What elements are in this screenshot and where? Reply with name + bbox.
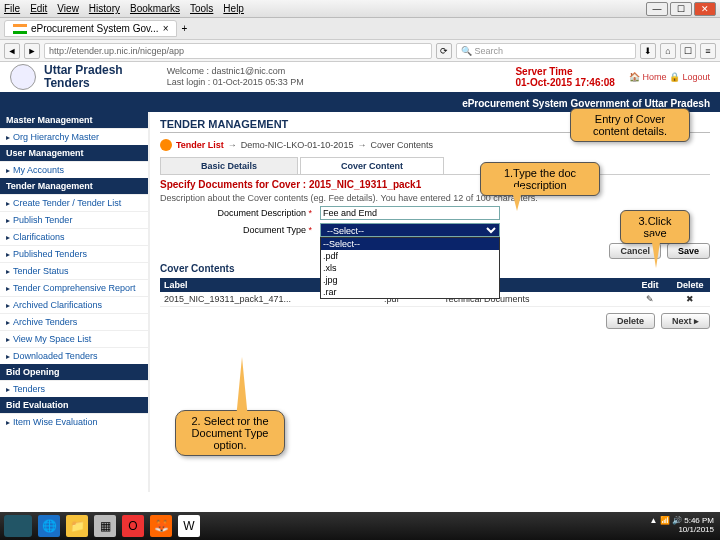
start-button[interactable] xyxy=(4,515,32,537)
site-logo xyxy=(10,64,36,90)
sidebar-item[interactable]: View My Space List xyxy=(0,330,148,347)
menu-items: File Edit View History Bookmarks Tools H… xyxy=(4,3,244,14)
bookmark-icon[interactable]: ☐ xyxy=(680,43,696,59)
logout-link[interactable]: 🔒 Logout xyxy=(669,72,710,82)
doc-type-select[interactable]: --Select-- xyxy=(320,223,500,237)
sidebar-item[interactable]: Publish Tender xyxy=(0,211,148,228)
tab-basic-details[interactable]: Basic Details xyxy=(160,157,298,174)
sidebar-heading: Master Management xyxy=(0,112,148,128)
maximize-button[interactable]: ☐ xyxy=(670,2,692,16)
taskbar: 🌐 📁 ▦ O 🦊 W ▲ 📶 🔊 5:46 PM 10/1/2015 xyxy=(0,512,720,540)
next-button[interactable]: Next ▸ xyxy=(661,313,710,329)
delete-button[interactable]: Delete xyxy=(606,313,655,329)
sidebar-heading: Tender Management xyxy=(0,178,148,194)
callout-click-save: 3.Click save xyxy=(620,210,690,244)
th-delete: Delete xyxy=(670,278,710,292)
bc-tenderlist[interactable]: Tender List xyxy=(176,140,224,150)
server-time-label: Server Time xyxy=(515,66,615,77)
close-button[interactable]: ✕ xyxy=(694,2,716,16)
menu-edit[interactable]: Edit xyxy=(30,3,47,14)
sidebar-item[interactable]: Tenders xyxy=(0,380,148,397)
opt-jpg[interactable]: .jpg xyxy=(321,274,499,286)
lastlogin-label: Last login xyxy=(167,77,206,87)
tab-close-icon[interactable]: × xyxy=(163,23,169,34)
brand-title: Uttar Pradesh Tenders xyxy=(44,64,123,90)
server-time-value: 01-Oct-2015 17:46:08 xyxy=(515,77,615,88)
welcome-user: : dastnic1@nic.com xyxy=(207,66,286,76)
sidebar-item[interactable]: Downloaded Tenders xyxy=(0,347,148,364)
welcome-label: Welcome xyxy=(167,66,204,76)
doc-type-dropdown[interactable]: --Select-- --Select-- .pdf .xls .jpg .ra… xyxy=(320,223,500,237)
sidebar-item[interactable]: Tender Comprehensive Report xyxy=(0,279,148,296)
brand-line2: Tenders xyxy=(44,77,123,90)
india-flag-icon xyxy=(13,24,27,34)
window-menubar: File Edit View History Bookmarks Tools H… xyxy=(0,0,720,18)
tab-cover-content[interactable]: Cover Content xyxy=(300,157,444,174)
bottom-buttons: Delete Next ▸ xyxy=(160,313,710,329)
sidebar: Master ManagementOrg Hierarchy MasterUse… xyxy=(0,112,150,492)
back-button[interactable]: ◄ xyxy=(4,43,20,59)
site-header: Uttar Pradesh Tenders Welcome : dastnic1… xyxy=(0,62,720,94)
sidebar-item[interactable]: Archived Clarifications xyxy=(0,296,148,313)
menu-bookmarks[interactable]: Bookmarks xyxy=(130,3,180,14)
taskbar-ie-icon[interactable]: 🌐 xyxy=(38,515,60,537)
search-input[interactable]: Search xyxy=(456,43,636,59)
menu-view[interactable]: View xyxy=(57,3,79,14)
callout-select-doctype: 2. Select for the Document Type option. xyxy=(175,410,285,456)
menu-icon[interactable]: ≡ xyxy=(700,43,716,59)
browser-navbar: ◄ ► http://etender.up.nic.in/nicgep/app … xyxy=(0,40,720,62)
lastlogin-value: : 01-Oct-2015 05:33 PM xyxy=(208,77,304,87)
minimize-button[interactable]: — xyxy=(646,2,668,16)
input-doc-description[interactable] xyxy=(320,206,500,220)
sidebar-item[interactable]: Clarifications xyxy=(0,228,148,245)
menu-help[interactable]: Help xyxy=(223,3,244,14)
sidebar-heading: User Management xyxy=(0,145,148,161)
url-input[interactable]: http://etender.up.nic.in/nicgep/app xyxy=(44,43,432,59)
taskbar-app-icon[interactable]: ▦ xyxy=(94,515,116,537)
taskbar-word-icon[interactable]: W xyxy=(178,515,200,537)
sidebar-item[interactable]: Tender Status xyxy=(0,262,148,279)
system-tray[interactable]: ▲ 📶 🔊 5:46 PM 10/1/2015 xyxy=(650,517,716,535)
save-button[interactable]: Save xyxy=(667,243,710,259)
delete-icon[interactable]: ✖ xyxy=(670,292,710,306)
callout-type-desc: 1.Type the doc description xyxy=(480,162,600,196)
sidebar-item[interactable]: Item Wise Evaluation xyxy=(0,413,148,430)
doc-type-options: --Select-- .pdf .xls .jpg .rar xyxy=(320,237,500,299)
taskbar-opera-icon[interactable]: O xyxy=(122,515,144,537)
th-edit: Edit xyxy=(630,278,670,292)
label-doc-type: Document Type xyxy=(160,225,320,235)
tray-date: 10/1/2015 xyxy=(678,525,714,534)
browser-tab[interactable]: eProcurement System Gov... × xyxy=(4,20,177,37)
opt-rar[interactable]: .rar xyxy=(321,286,499,298)
taskbar-firefox-icon[interactable]: 🦊 xyxy=(150,515,172,537)
sidebar-item[interactable]: Archive Tenders xyxy=(0,313,148,330)
reload-button[interactable]: ⟳ xyxy=(436,43,452,59)
bc-demo[interactable]: Demo-NIC-LKO-01-10-2015 xyxy=(241,140,354,150)
main-area: Master ManagementOrg Hierarchy MasterUse… xyxy=(0,112,720,492)
menu-file[interactable]: File xyxy=(4,3,20,14)
tab-title: eProcurement System Gov... xyxy=(31,23,159,34)
sidebar-item[interactable]: Create Tender / Tender List xyxy=(0,194,148,211)
home-link[interactable]: 🏠 Home xyxy=(629,72,667,82)
menu-history[interactable]: History xyxy=(89,3,120,14)
sidebar-item[interactable]: Org Hierarchy Master xyxy=(0,128,148,145)
header-links: 🏠 Home 🔒 Logout xyxy=(629,72,710,82)
specify-heading: Specify Documents for Cover : 2015_NIC_1… xyxy=(160,179,710,190)
browser-tabbar: eProcurement System Gov... × + xyxy=(0,18,720,40)
download-icon[interactable]: ⬇ xyxy=(640,43,656,59)
menu-tools[interactable]: Tools xyxy=(190,3,213,14)
taskbar-folder-icon[interactable]: 📁 xyxy=(66,515,88,537)
server-time: Server Time 01-Oct-2015 17:46:08 xyxy=(515,66,615,88)
sidebar-heading: Bid Evaluation xyxy=(0,397,148,413)
bc-cover: Cover Contents xyxy=(370,140,433,150)
edit-icon[interactable]: ✎ xyxy=(630,292,670,306)
sidebar-item[interactable]: Published Tenders xyxy=(0,245,148,262)
new-tab-button[interactable]: + xyxy=(181,23,187,34)
opt-pdf[interactable]: .pdf xyxy=(321,250,499,262)
opt-select-hl[interactable]: --Select-- xyxy=(321,238,499,250)
content-tabs: Basic Details Cover Content xyxy=(160,157,710,175)
home-icon[interactable]: ⌂ xyxy=(660,43,676,59)
forward-button[interactable]: ► xyxy=(24,43,40,59)
opt-xls[interactable]: .xls xyxy=(321,262,499,274)
sidebar-item[interactable]: My Accounts xyxy=(0,161,148,178)
